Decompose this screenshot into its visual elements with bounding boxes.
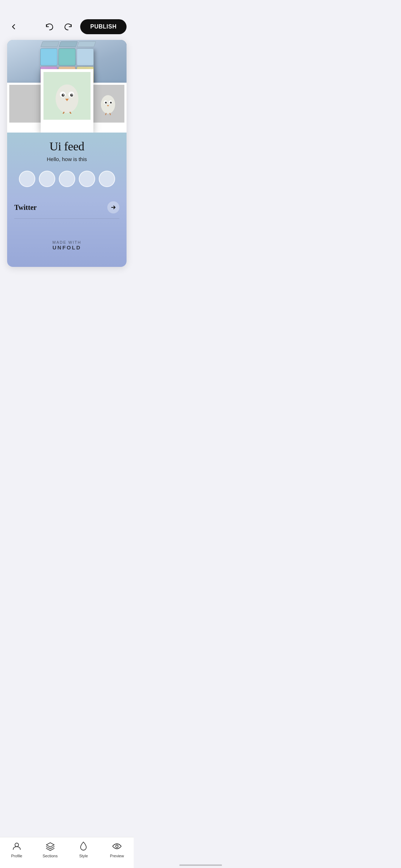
- brand-label: UNFOLD: [14, 244, 119, 250]
- avatar-1[interactable]: [19, 171, 35, 187]
- svg-point-12: [63, 94, 64, 95]
- top-bar-left: [7, 20, 20, 33]
- photo-area: [7, 40, 127, 133]
- avatar-4[interactable]: [79, 171, 95, 187]
- avatar-row: [14, 171, 119, 187]
- svg-line-5: [106, 113, 106, 115]
- svg-line-15: [70, 112, 71, 114]
- polaroid-center: [41, 69, 93, 133]
- svg-point-0: [101, 95, 115, 114]
- avatar-3[interactable]: [59, 171, 75, 187]
- avatar-2[interactable]: [39, 171, 55, 187]
- made-with: MADE WITH UNFOLD: [14, 240, 119, 256]
- gradient-section: Ui feed Hello, how is this Twitter MADE …: [7, 133, 127, 267]
- profile-title: Ui feed: [14, 140, 119, 153]
- top-bar: PUBLISH: [0, 0, 134, 40]
- svg-point-4: [110, 102, 112, 104]
- svg-line-14: [63, 112, 64, 114]
- svg-line-6: [110, 113, 110, 115]
- top-bar-center: PUBLISH: [43, 19, 127, 34]
- redo-button[interactable]: [62, 20, 74, 33]
- avatar-5[interactable]: [99, 171, 115, 187]
- twitter-link[interactable]: Twitter: [14, 197, 119, 219]
- back-button[interactable]: [7, 20, 20, 33]
- publish-button[interactable]: PUBLISH: [80, 19, 127, 34]
- polaroid-right: [89, 83, 127, 133]
- story-card: Ui feed Hello, how is this Twitter MADE …: [7, 40, 127, 267]
- undo-button[interactable]: [43, 20, 56, 33]
- twitter-label: Twitter: [14, 203, 37, 212]
- polaroid-left: [7, 83, 45, 133]
- made-with-label: MADE WITH: [14, 240, 119, 244]
- svg-point-3: [105, 102, 107, 104]
- svg-point-13: [71, 94, 72, 95]
- profile-subtitle: Hello, how is this: [14, 156, 119, 162]
- twitter-arrow[interactable]: [107, 201, 119, 213]
